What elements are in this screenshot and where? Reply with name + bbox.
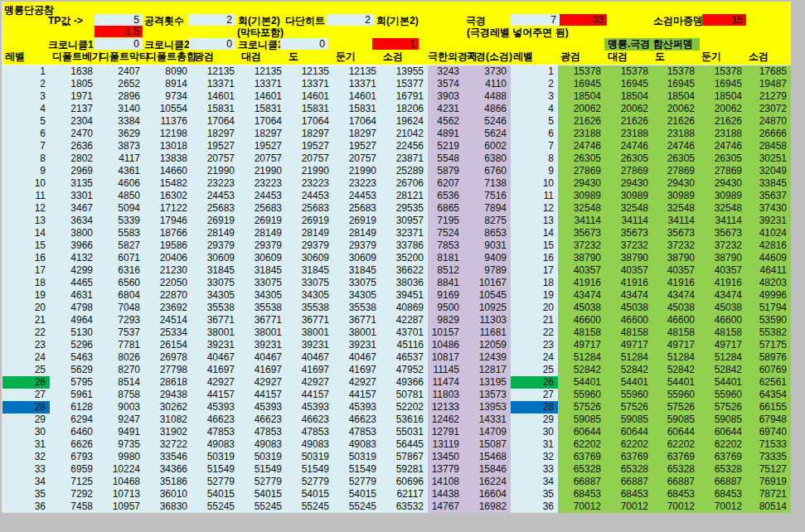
grid-cell[interactable]: 6002 [463, 140, 511, 152]
grid-cell[interactable]: 8181 [428, 252, 463, 264]
grid-cell[interactable]: 10925 [463, 302, 511, 314]
grid-cell[interactable]: 4964 [50, 314, 97, 326]
grid-cell[interactable]: 46600 [652, 314, 699, 326]
grid-cell[interactable]: 33075 [192, 277, 239, 289]
level-cell[interactable]: 26 [2, 376, 50, 389]
grid-cell[interactable]: 37232 [652, 239, 699, 252]
grid-cell[interactable]: 41916 [699, 277, 746, 289]
grid-cell[interactable]: 49083 [286, 438, 333, 451]
grid-cell[interactable]: 37232 [558, 239, 605, 252]
grid-cell[interactable]: 29430 [699, 177, 746, 190]
grid-cell[interactable]: 49083 [239, 438, 286, 451]
grid-cell[interactable]: 10224 [97, 463, 144, 476]
grid-cell[interactable]: 14108 [428, 476, 463, 488]
column-header[interactable]: 광검 [192, 49, 239, 65]
grid-cell[interactable]: 29379 [333, 239, 381, 252]
grid-cell[interactable]: 3140 [97, 103, 144, 115]
grid-cell[interactable]: 17064 [239, 115, 286, 128]
grid-cell[interactable]: 66887 [558, 476, 605, 488]
grid-cell[interactable]: 45393 [286, 401, 333, 414]
grid-cell[interactable]: 5339 [97, 215, 144, 227]
grid-cell[interactable]: 6316 [97, 264, 144, 277]
grid-cell[interactable]: 54015 [192, 488, 239, 501]
grid-cell[interactable]: 46600 [558, 314, 605, 326]
level-cell[interactable]: 32 [2, 451, 50, 463]
grid-cell[interactable]: 29430 [558, 177, 605, 190]
grid-cell[interactable]: 23223 [286, 177, 333, 190]
grid-cell[interactable]: 5583 [97, 227, 144, 239]
grid-cell[interactable]: 12135 [333, 65, 381, 78]
level-cell[interactable]: 18 [511, 277, 558, 289]
grid-cell[interactable]: 14660 [144, 165, 192, 177]
grid-cell[interactable]: 47853 [333, 426, 381, 438]
grid-cell[interactable]: 55960 [699, 389, 746, 401]
grid-cell[interactable]: 36830 [144, 501, 192, 513]
grid-cell[interactable]: 5548 [428, 152, 463, 165]
grid-cell[interactable]: 78721 [746, 488, 791, 501]
level-cell[interactable]: 15 [511, 239, 558, 252]
grid-cell[interactable]: 23188 [558, 128, 605, 140]
grid-cell[interactable]: 7458 [50, 501, 97, 513]
grid-cell[interactable]: 31902 [144, 426, 192, 438]
grid-cell[interactable]: 35538 [286, 302, 333, 314]
grid-cell[interactable]: 52842 [605, 364, 652, 376]
grid-cell[interactable]: 65328 [699, 463, 746, 476]
grid-cell[interactable]: 8275 [463, 215, 511, 227]
grid-cell[interactable]: 26919 [286, 215, 333, 227]
grid-cell[interactable]: 54401 [558, 376, 605, 389]
grid-cell[interactable]: 46600 [699, 314, 746, 326]
grid-cell[interactable]: 36771 [333, 314, 381, 326]
grid-cell[interactable]: 4110 [463, 78, 511, 90]
grid-cell[interactable]: 42927 [286, 376, 333, 389]
grid-cell[interactable]: 4231 [428, 103, 463, 115]
grid-cell[interactable]: 13450 [428, 451, 463, 463]
grid-cell[interactable]: 18504 [652, 90, 699, 103]
grid-cell[interactable]: 46623 [286, 414, 333, 426]
grid-cell[interactable]: 4631 [50, 289, 97, 302]
grid-cell[interactable]: 62202 [558, 438, 605, 451]
grid-cell[interactable]: 10545 [463, 289, 511, 302]
grid-cell[interactable]: 3467 [50, 202, 97, 215]
grid-cell[interactable]: 46623 [333, 414, 381, 426]
grid-cell[interactable]: 46411 [746, 264, 791, 277]
grid-cell[interactable]: 50319 [333, 451, 381, 463]
grid-cell[interactable]: 9735 [97, 438, 144, 451]
grid-cell[interactable]: 29379 [239, 239, 286, 252]
grid-cell[interactable]: 76919 [746, 476, 791, 488]
grid-cell[interactable]: 11376 [144, 115, 192, 128]
grid-cell[interactable]: 19487 [746, 78, 791, 90]
grid-cell[interactable]: 46600 [605, 314, 652, 326]
grid-cell[interactable]: 40467 [192, 351, 239, 364]
grid-cell[interactable]: 37232 [605, 239, 652, 252]
grid-cell[interactable]: 21626 [558, 115, 605, 128]
grid-cell[interactable]: 19527 [192, 140, 239, 152]
grid-cell[interactable]: 30957 [381, 215, 428, 227]
grid-cell[interactable]: 70012 [605, 501, 652, 513]
column-header[interactable]: 소검 [381, 49, 428, 65]
column-header[interactable]: 극경(소검) [463, 49, 511, 65]
level-cell[interactable]: 16 [2, 252, 50, 264]
grid-cell[interactable]: 48158 [652, 326, 699, 339]
grid-cell[interactable]: 39231 [286, 339, 333, 351]
grid-cell[interactable]: 3384 [97, 115, 144, 128]
grid-cell[interactable]: 17122 [144, 202, 192, 215]
grid-cell[interactable]: 14601 [192, 90, 239, 103]
grid-cell[interactable]: 26305 [699, 152, 746, 165]
grid-cell[interactable]: 51284 [699, 351, 746, 364]
grid-cell[interactable]: 6380 [463, 152, 511, 165]
grid-cell[interactable]: 15378 [558, 65, 605, 78]
grid-cell[interactable]: 4117 [97, 152, 144, 165]
grid-cell[interactable]: 35637 [746, 190, 791, 202]
grid-cell[interactable]: 30989 [699, 190, 746, 202]
grid-cell[interactable]: 15377 [381, 78, 428, 90]
grid-cell[interactable]: 35538 [333, 302, 381, 314]
level-cell[interactable]: 18 [2, 277, 50, 289]
grid-cell[interactable]: 28149 [286, 227, 333, 239]
grid-cell[interactable]: 42927 [239, 376, 286, 389]
grid-cell[interactable]: 13953 [463, 401, 511, 414]
level-cell[interactable]: 12 [2, 202, 50, 215]
grid-cell[interactable]: 35673 [699, 227, 746, 239]
grid-cell[interactable]: 25289 [381, 165, 428, 177]
grid-cell[interactable]: 27869 [605, 165, 652, 177]
grid-cell[interactable]: 44157 [192, 389, 239, 401]
